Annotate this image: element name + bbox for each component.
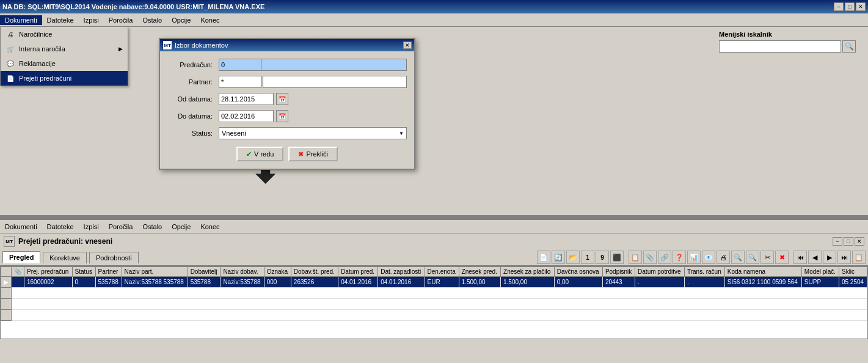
menu-izpisi[interactable]: Izpisi [79, 15, 104, 25]
dialog-partner-row: Partner: [167, 76, 407, 88]
dropdown-prejeti-predracuni[interactable]: 📄 Prejeti predračuni [1, 71, 128, 86]
predracun-input-small[interactable] [219, 59, 261, 71]
menu-dokumenti[interactable]: Dokumenti [0, 15, 42, 25]
predracun-label: Predračun: [167, 61, 216, 68]
toolbar-search1-btn[interactable]: 🔍 [731, 251, 745, 264]
toolbar-prev-btn[interactable]: ◀ [808, 251, 822, 264]
menu-opcije[interactable]: Opcije [167, 15, 195, 25]
partner-input-right[interactable] [263, 76, 407, 88]
tab-podrobnosti[interactable]: Podrobnosti [89, 252, 139, 263]
prejeti-predracuni-label: Prejeti predračuni [19, 75, 71, 82]
toolbar-delete-btn[interactable]: ✖ [775, 251, 789, 264]
dialog-body: Predračun: Partner: Od datuma: [160, 51, 414, 169]
toolbar-9-btn[interactable]: 9 [596, 251, 609, 264]
col-partner: Partner [95, 267, 122, 277]
maximize-button[interactable]: □ [845, 2, 855, 11]
cell-model-plac: SUPP [801, 277, 839, 288]
dialog-buttons: ✔ V redu ✖ Prekliči [167, 147, 407, 161]
toolbar-refresh-btn[interactable]: 🔄 [552, 251, 565, 264]
table-row[interactable]: ▶ 16000002 0 535788 Naziv:535788 535788 … [1, 277, 867, 288]
menu-konec[interactable]: Konec [195, 15, 224, 25]
col-oznaka: Oznaka [264, 267, 291, 277]
menu-porocila[interactable]: Poročila [104, 15, 138, 25]
bottom-menu-porocila[interactable]: Poročila [104, 222, 138, 232]
table-row-empty-2 [1, 299, 867, 310]
od-datuma-input[interactable]: 28.11.2015 [219, 93, 274, 105]
status-dropdown-arrow: ▼ [399, 131, 404, 136]
search-panel: Menijski iskalnik 🔍 [719, 31, 856, 53]
bottom-close-button[interactable]: ✕ [855, 237, 864, 246]
toolbar-stop-btn[interactable]: ⬛ [610, 251, 624, 264]
toolbar-help-btn[interactable]: ❓ [673, 251, 686, 264]
minimize-button[interactable]: − [834, 2, 844, 11]
cancel-button[interactable]: ✖ Prekliči [288, 147, 337, 161]
cancel-label: Prekliči [306, 150, 327, 158]
table-header-row: 📎 Prej. predračun Status Partner Naziv p… [1, 267, 867, 277]
toolbar-extra-btn[interactable]: 📋 [852, 251, 866, 264]
toolbar-1-btn[interactable]: 1 [581, 251, 594, 264]
col-den-enota: Den.enota [425, 267, 459, 277]
toolbar-open-btn[interactable]: 📂 [566, 251, 580, 264]
bottom-menu-opcije[interactable]: Opcije [167, 222, 195, 232]
toolbar-link-btn[interactable]: 🔗 [658, 251, 671, 264]
cell-naziv-dobav: Naziv:535788 [221, 277, 264, 288]
toolbar-next-btn[interactable]: ▶ [823, 251, 836, 264]
menu-datoteke[interactable]: Datoteke [42, 15, 79, 25]
col-datum-pred: Datum pred. [338, 267, 378, 277]
col-status: Status [72, 267, 95, 277]
od-datuma-cal-button[interactable]: 📅 [276, 93, 288, 105]
bottom-menu-izpisi[interactable]: Izpisi [79, 222, 104, 232]
bottom-title-text: Prejeti predračuni: vneseni [18, 237, 112, 246]
toolbar-new-doc-btn[interactable]: 📄 [537, 251, 550, 264]
tab-pregled[interactable]: Pregled [2, 251, 40, 263]
ok-button[interactable]: ✔ V redu [236, 147, 283, 161]
cell-den-enota: EUR [425, 277, 459, 288]
do-datuma-label: Do datuma: [167, 112, 216, 120]
toolbar-attach-btn[interactable]: 📎 [643, 251, 657, 264]
toolbar-last-btn[interactable]: ⏭ [837, 251, 851, 264]
toolbar-copy-btn[interactable]: 📋 [629, 251, 642, 264]
col-dobav-st-pred: Dobav.št. pred. [291, 267, 338, 277]
col-datum-potrditve: Datum potrditve [635, 267, 685, 277]
dropdown-interna-narocila[interactable]: 🛒 Interna naročila ▶ [1, 42, 128, 56]
tab-korektuve[interactable]: Korektuve [43, 252, 87, 263]
cell-datum-pred: 04.01.2016 [338, 277, 378, 288]
row-pointer: ▶ [1, 277, 12, 288]
bottom-menu-datoteke[interactable]: Datoteke [42, 222, 79, 232]
do-datuma-cal-button[interactable]: 📅 [276, 110, 288, 122]
search-button[interactable]: 🔍 [842, 40, 856, 53]
dropdown-reklamacije[interactable]: 💬 Reklamacije [1, 56, 128, 71]
dialog-close-button[interactable]: ✕ [403, 42, 412, 49]
cell-dobavitelj: 535788 [188, 277, 221, 288]
predracun-input-large[interactable] [261, 59, 407, 71]
data-table-wrapper: 📎 Prej. predračun Status Partner Naziv p… [0, 266, 868, 339]
dropdown-narocilnice[interactable]: 🖨 Naročilnice [1, 27, 128, 42]
partner-input-left[interactable] [219, 76, 261, 88]
bottom-menu-dokumenti[interactable]: Dokumenti [0, 222, 42, 232]
toolbar-email-btn[interactable]: 📧 [702, 251, 715, 264]
cell-koda-namena: SI56 0312 1100 0599 564 [724, 277, 801, 288]
close-button[interactable]: ✕ [856, 2, 866, 11]
search-input[interactable] [719, 40, 841, 53]
bottom-menu-ostalo[interactable]: Ostalo [137, 222, 167, 232]
toolbar-chart-btn[interactable]: 📊 [687, 251, 701, 264]
toolbar-tabs-row: Pregled Korektuve Podrobnosti 📄 🔄 📂 1 9 … [0, 249, 868, 266]
reklamacije-label: Reklamacije [19, 60, 56, 67]
bottom-maximize-button[interactable]: □ [844, 237, 853, 246]
toolbar-search2-btn[interactable]: 🔍 [746, 251, 759, 264]
bottom-minimize-button[interactable]: − [833, 237, 842, 246]
row-pointer-empty [1, 299, 12, 310]
toolbar-first-btn[interactable]: ⏮ [793, 251, 807, 264]
dialog-izbor-dokumentov: MT Izbor dokumentov ✕ Predračun: Partner… [159, 38, 415, 170]
toolbar-cut-btn[interactable]: ✂ [760, 251, 774, 264]
do-datuma-input[interactable]: 02.02.2016 [219, 110, 274, 122]
title-bar-text: NA DB: SQL:MIT9\SQL2014 Vodenje nabave:9… [2, 3, 264, 10]
toolbar-print-btn[interactable]: 🖨 [717, 251, 730, 264]
interna-narocila-arrow: ▶ [119, 46, 123, 52]
menu-ostalo[interactable]: Ostalo [137, 15, 167, 25]
cell-dat-zapadlosti: 04.01.2016 [378, 277, 425, 288]
dialog-title: MT Izbor dokumentov [162, 40, 228, 50]
status-select[interactable]: Vneseni ▼ [219, 127, 407, 139]
col-znesek-za-placilo: Znesek za plačilo [501, 267, 555, 277]
bottom-menu-konec[interactable]: Konec [195, 222, 224, 232]
